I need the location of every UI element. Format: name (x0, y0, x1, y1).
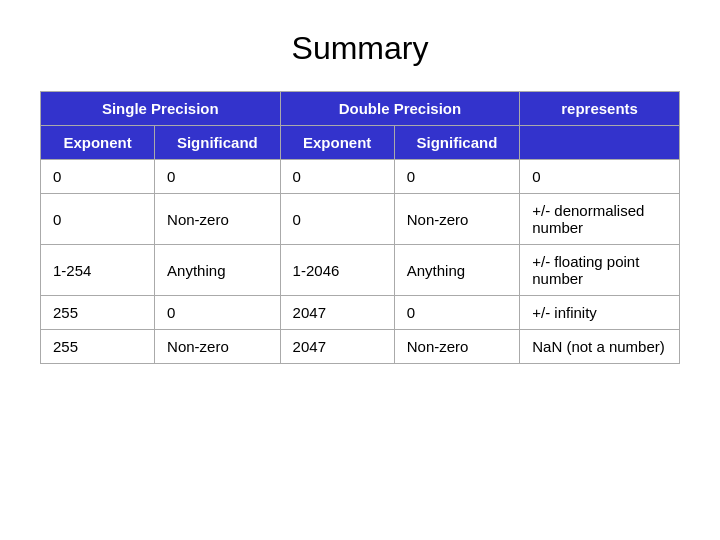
header-double-precision: Double Precision (280, 92, 520, 126)
subheader-dp-exponent: Exponent (280, 126, 394, 160)
table-row: 255Non-zero2047Non-zeroNaN (not a number… (41, 330, 680, 364)
cell-sp_exp: 0 (41, 160, 155, 194)
cell-sp_sig: Non-zero (155, 194, 281, 245)
cell-dp_sig: 0 (394, 160, 520, 194)
cell-sp_exp: 1-254 (41, 245, 155, 296)
cell-dp_exp: 2047 (280, 330, 394, 364)
cell-sp_sig: 0 (155, 296, 281, 330)
cell-represents: +/- floating point number (520, 245, 680, 296)
table-row: 00000 (41, 160, 680, 194)
cell-represents: 0 (520, 160, 680, 194)
cell-sp_sig: Non-zero (155, 330, 281, 364)
summary-table: Single Precision Double Precision repres… (40, 91, 680, 364)
cell-dp_sig: Non-zero (394, 194, 520, 245)
cell-represents: +/- denormalised number (520, 194, 680, 245)
table-row: 0Non-zero0Non-zero+/- denormalised numbe… (41, 194, 680, 245)
cell-sp_sig: Anything (155, 245, 281, 296)
cell-sp_exp: 0 (41, 194, 155, 245)
cell-dp_exp: 1-2046 (280, 245, 394, 296)
page-title: Summary (292, 30, 429, 67)
cell-dp_exp: 0 (280, 160, 394, 194)
table-row: 255020470+/- infinity (41, 296, 680, 330)
header-represents: represents (520, 92, 680, 126)
cell-dp_exp: 0 (280, 194, 394, 245)
subheader-sp-exponent: Exponent (41, 126, 155, 160)
cell-represents: +/- infinity (520, 296, 680, 330)
subheader-dp-significand: Significand (394, 126, 520, 160)
cell-dp_sig: Anything (394, 245, 520, 296)
table-row: 1-254Anything1-2046Anything+/- floating … (41, 245, 680, 296)
cell-sp_exp: 255 (41, 330, 155, 364)
cell-dp_sig: Non-zero (394, 330, 520, 364)
subheader-sp-significand: Significand (155, 126, 281, 160)
cell-dp_sig: 0 (394, 296, 520, 330)
header-single-precision: Single Precision (41, 92, 281, 126)
cell-represents: NaN (not a number) (520, 330, 680, 364)
subheader-represents-empty (520, 126, 680, 160)
cell-dp_exp: 2047 (280, 296, 394, 330)
cell-sp_exp: 255 (41, 296, 155, 330)
cell-sp_sig: 0 (155, 160, 281, 194)
